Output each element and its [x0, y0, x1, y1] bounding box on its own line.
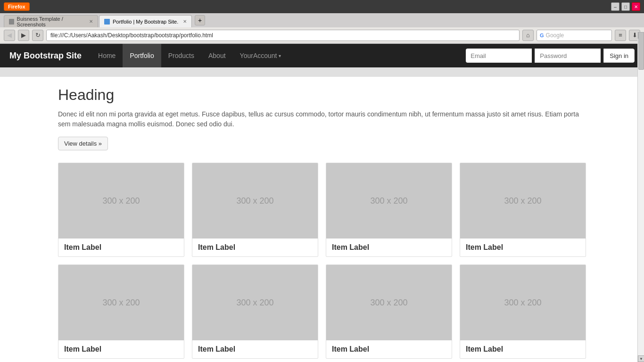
- placeholder-img-1-4: 300 x 200: [460, 163, 586, 239]
- tab-2[interactable]: Portfolio | My Bootstrap Site. ✕: [99, 15, 192, 27]
- tab-1[interactable]: Buisness Template / Screenshots ✕: [4, 15, 98, 27]
- item-label-1-2: Item Label: [192, 239, 318, 256]
- nav-products[interactable]: Products: [161, 44, 201, 67]
- scrollbar-down-button[interactable]: ▼: [638, 355, 644, 362]
- item-label-2-1: Item Label: [58, 340, 184, 358]
- placeholder-text-2-1: 300 x 200: [102, 298, 140, 308]
- placeholder-text-1-4: 300 x 200: [504, 196, 541, 206]
- address-bar[interactable]: file:///C:/Users/Aakash/Desktop/bootstra…: [46, 30, 520, 41]
- google-icon: G: [540, 33, 544, 38]
- grid-item-1-4: 300 x 200 Item Label: [460, 163, 586, 257]
- placeholder-img-1-3: 300 x 200: [326, 163, 452, 239]
- placeholder-img-2-3: 300 x 200: [326, 265, 452, 340]
- placeholder-img-1-1: 300 x 200: [58, 163, 184, 239]
- placeholder-text-1-2: 300 x 200: [236, 196, 273, 206]
- search-bar[interactable]: G Google: [537, 30, 612, 41]
- main-content: Heading Donec id elit non mi porta gravi…: [39, 77, 605, 362]
- main-description: Donec id elit non mi porta gravida at eg…: [58, 109, 586, 129]
- placeholder-img-2-4: 300 x 200: [460, 265, 586, 340]
- dropdown-arrow-icon: ▾: [279, 53, 281, 58]
- tab-close-1[interactable]: ✕: [89, 19, 93, 24]
- placeholder-text-2-3: 300 x 200: [370, 298, 407, 308]
- menu-button[interactable]: ≡: [615, 30, 626, 41]
- scrollbar-thumb[interactable]: [638, 32, 644, 70]
- item-label-2-2: Item Label: [192, 340, 318, 358]
- placeholder-text-2-2: 300 x 200: [236, 298, 273, 308]
- grid-item-2-4: 300 x 200 Item Label: [460, 264, 586, 359]
- placeholder-img-2-1: 300 x 200: [58, 265, 184, 340]
- item-label-1-4: Item Label: [460, 239, 586, 256]
- placeholder-img-1-2: 300 x 200: [192, 163, 318, 239]
- browser-chrome: Firefox – □ ✕ Buisness Template / Screen…: [0, 0, 644, 44]
- grid-item-2-2: 300 x 200 Item Label: [192, 264, 318, 359]
- tab-favicon-2: [104, 19, 110, 25]
- placeholder-text-2-4: 300 x 200: [504, 298, 541, 308]
- tab-favicon-1: [9, 19, 14, 25]
- browser-titlebar: Firefox – □ ✕: [0, 0, 644, 13]
- grid-row-1: 300 x 200 Item Label 300 x 200 Item Labe…: [58, 163, 586, 257]
- minimize-button[interactable]: –: [611, 2, 619, 11]
- scrollbar[interactable]: ▲ ▼: [637, 32, 644, 362]
- item-label-1-3: Item Label: [326, 239, 452, 256]
- item-label-2-4: Item Label: [460, 340, 586, 358]
- grid-row-2: 300 x 200 Item Label 300 x 200 Item Labe…: [58, 264, 586, 359]
- navbar-right: Sign in: [466, 49, 635, 63]
- placeholder-text-1-3: 300 x 200: [370, 196, 407, 206]
- navbar-brand[interactable]: My Bootstrap Site: [9, 51, 82, 61]
- grid-item-1-2: 300 x 200 Item Label: [192, 163, 318, 257]
- tab-title-1: Buisness Template / Screenshots: [17, 16, 84, 27]
- tab-title-2: Portfolio | My Bootstrap Site.: [113, 19, 178, 25]
- jumbotron-section: Heading Donec id elit non mi porta gravi…: [49, 77, 595, 155]
- placeholder-text-1-1: 300 x 200: [102, 196, 140, 206]
- search-placeholder: Google: [546, 32, 564, 39]
- item-label-2-3: Item Label: [326, 340, 452, 358]
- addressbar-row: ◀ ▶ ↻ file:///C:/Users/Aakash/Desktop/bo…: [0, 27, 644, 43]
- tab-bar: Buisness Template / Screenshots ✕ Portfo…: [0, 13, 644, 27]
- placeholder-img-2-2: 300 x 200: [192, 265, 318, 340]
- firefox-button[interactable]: Firefox: [4, 2, 30, 11]
- grid-item-2-1: 300 x 200 Item Label: [58, 264, 184, 359]
- grid-item-1-1: 300 x 200 Item Label: [58, 163, 184, 257]
- view-details-button[interactable]: View details »: [58, 137, 108, 150]
- new-tab-button[interactable]: +: [195, 15, 205, 25]
- portfolio-grid: 300 x 200 Item Label 300 x 200 Item Labe…: [49, 155, 595, 362]
- titlebar-left: Firefox: [4, 2, 30, 11]
- top-stripe: [0, 67, 644, 77]
- address-text: file:///C:/Users/Aakash/Desktop/bootstra…: [50, 32, 213, 39]
- navbar: My Bootstrap Site Home Portfolio Product…: [0, 44, 644, 67]
- youraccount-label: YourAccount: [240, 52, 277, 59]
- nav-youraccount[interactable]: YourAccount ▾: [233, 44, 289, 67]
- maximize-button[interactable]: □: [621, 2, 630, 11]
- nav-portfolio[interactable]: Portfolio: [123, 44, 161, 67]
- signin-button[interactable]: Sign in: [603, 49, 635, 63]
- refresh-button[interactable]: ↻: [32, 30, 43, 41]
- navbar-nav: Home Portfolio Products About YourAccoun…: [91, 44, 288, 67]
- tab-close-2[interactable]: ✕: [183, 19, 187, 24]
- home-button[interactable]: ⌂: [522, 30, 534, 41]
- forward-button[interactable]: ▶: [18, 30, 29, 41]
- nav-home[interactable]: Home: [91, 44, 123, 67]
- email-input[interactable]: [466, 49, 532, 63]
- main-heading: Heading: [58, 86, 586, 104]
- item-label-1-1: Item Label: [58, 239, 184, 256]
- close-button[interactable]: ✕: [632, 2, 640, 11]
- nav-about[interactable]: About: [201, 44, 233, 67]
- back-button[interactable]: ◀: [4, 30, 15, 41]
- grid-item-2-3: 300 x 200 Item Label: [326, 264, 452, 359]
- grid-item-1-3: 300 x 200 Item Label: [326, 163, 452, 257]
- password-input[interactable]: [535, 49, 601, 63]
